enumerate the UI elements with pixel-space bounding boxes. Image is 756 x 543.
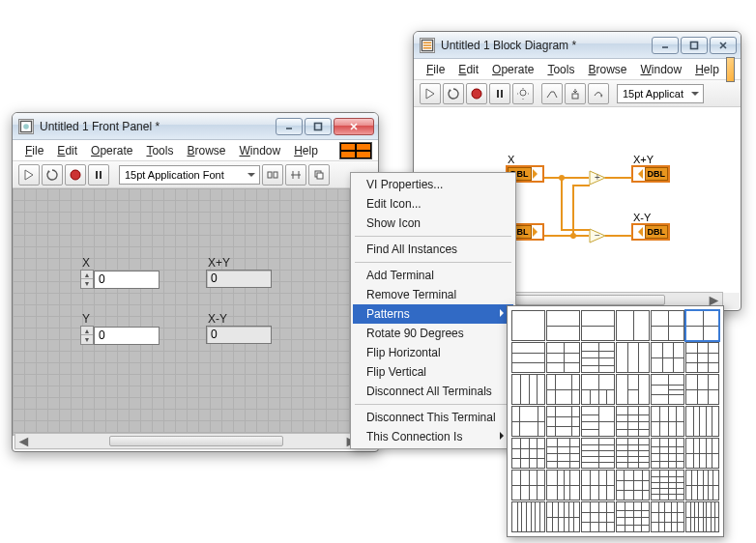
menu-item-find-all-instances[interactable]: Find All Instances — [353, 240, 513, 259]
run-continuous-button[interactable] — [443, 83, 464, 104]
pattern-27[interactable] — [616, 438, 650, 469]
bd-menu-operate[interactable]: Operate — [485, 61, 540, 78]
bd-menu-help[interactable]: Help — [688, 61, 726, 78]
pattern-1[interactable] — [546, 310, 580, 341]
bd-font-selector[interactable]: 15pt Applicat — [617, 84, 704, 103]
pattern-20[interactable] — [581, 406, 615, 437]
bd-vi-icon-glyph[interactable] — [726, 57, 735, 82]
pattern-28[interactable] — [651, 438, 684, 469]
pattern-9[interactable] — [616, 342, 650, 373]
bd-close-button[interactable] — [710, 37, 737, 54]
control-y-input[interactable]: 0 — [94, 327, 160, 345]
retain-wire-button[interactable] — [541, 83, 563, 104]
control-y-spinner[interactable]: ▲▼ — [80, 326, 94, 345]
bd-maximize-button[interactable] — [681, 37, 708, 54]
pattern-25[interactable] — [546, 438, 580, 469]
pattern-21[interactable] — [616, 406, 650, 437]
menu-item-rotate-90-degrees[interactable]: Rotate 90 Degrees — [353, 324, 513, 343]
fp-menu-help[interactable]: Help — [287, 142, 325, 159]
pattern-0[interactable] — [511, 310, 545, 341]
fp-menu-tools[interactable]: Tools — [139, 142, 180, 159]
fp-font-selector[interactable]: 15pt Application Font — [119, 165, 260, 185]
bd-menu-browse[interactable]: Browse — [581, 61, 633, 78]
align-button[interactable] — [262, 164, 283, 186]
pattern-29[interactable] — [685, 438, 719, 469]
abort-button[interactable] — [466, 83, 487, 104]
fp-close-button[interactable] — [334, 118, 374, 135]
bd-menu-edit[interactable]: Edit — [451, 61, 485, 78]
pattern-10[interactable] — [651, 342, 684, 373]
bd-minimize-button[interactable] — [652, 37, 679, 54]
bd-menu-tools[interactable]: Tools — [540, 61, 581, 78]
bd-menu-window[interactable]: Window — [633, 61, 688, 78]
terminal-xpy[interactable]: X+Y DBL — [631, 154, 670, 183]
pattern-33[interactable] — [616, 470, 650, 500]
menu-item-edit-icon[interactable]: Edit Icon... — [353, 194, 513, 214]
run-button[interactable] — [18, 164, 40, 186]
pattern-19[interactable] — [546, 406, 580, 437]
menu-item-patterns[interactable]: Patterns — [353, 304, 513, 324]
menu-item-vi-properties[interactable]: VI Properties... — [353, 175, 513, 194]
pattern-30[interactable] — [511, 470, 545, 500]
step-into-button[interactable] — [565, 83, 586, 104]
fp-menu-file[interactable]: File — [18, 142, 50, 159]
bd-menu-file[interactable]: File — [420, 61, 451, 78]
pattern-3[interactable] — [616, 310, 650, 341]
highlight-exec-button[interactable] — [512, 83, 534, 104]
fp-canvas[interactable]: X ▲▼ 0 Y ▲▼ 0 X+Y 0 X-Y 0 — [13, 188, 378, 436]
pattern-7[interactable] — [546, 342, 580, 373]
fp-maximize-button[interactable] — [305, 118, 332, 135]
pattern-31[interactable] — [546, 470, 580, 500]
fp-menu-operate[interactable]: Operate — [84, 142, 139, 159]
reorder-button[interactable] — [308, 164, 330, 186]
pattern-36[interactable] — [511, 501, 545, 532]
pattern-24[interactable] — [511, 438, 545, 469]
pattern-2[interactable] — [581, 310, 615, 341]
fp-minimize-button[interactable] — [276, 118, 303, 135]
distribute-button[interactable] — [285, 164, 306, 186]
pattern-16[interactable] — [651, 374, 684, 405]
pattern-11[interactable] — [685, 342, 719, 373]
pattern-8[interactable] — [581, 342, 615, 373]
pattern-5[interactable] — [685, 310, 719, 341]
fp-menu-browse[interactable]: Browse — [180, 142, 232, 159]
fp-menu-edit[interactable]: Edit — [50, 142, 84, 159]
pattern-38[interactable] — [581, 501, 615, 532]
pattern-13[interactable] — [546, 374, 580, 405]
abort-button[interactable] — [65, 164, 86, 186]
menu-item-flip-horizontal[interactable]: Flip Horizontal — [353, 343, 513, 362]
pause-button[interactable] — [88, 164, 109, 186]
menu-item-add-terminal[interactable]: Add Terminal — [353, 266, 513, 285]
menu-item-this-connection-is[interactable]: This Connection Is — [353, 427, 513, 446]
pattern-32[interactable] — [581, 470, 615, 500]
pattern-35[interactable] — [685, 470, 719, 500]
pattern-12[interactable] — [511, 374, 545, 405]
pattern-17[interactable] — [685, 374, 719, 405]
pattern-22[interactable] — [651, 406, 684, 437]
fp-hscrollbar[interactable]: ◄► — [15, 433, 361, 449]
fp-titlebar[interactable]: Untitled 1 Front Panel * — [13, 113, 378, 140]
pattern-34[interactable] — [651, 470, 684, 500]
menu-item-show-icon[interactable]: Show Icon — [353, 214, 513, 233]
pattern-39[interactable] — [616, 501, 650, 532]
pattern-18[interactable] — [511, 406, 545, 437]
menu-item-remove-terminal[interactable]: Remove Terminal — [353, 285, 513, 304]
pattern-40[interactable] — [651, 501, 684, 532]
pattern-4[interactable] — [651, 310, 684, 341]
menu-item-flip-vertical[interactable]: Flip Vertical — [353, 362, 513, 382]
run-continuous-button[interactable] — [42, 164, 63, 186]
menu-item-disconnect-this-terminal[interactable]: Disconnect This Terminal — [353, 408, 513, 427]
pattern-23[interactable] — [685, 406, 719, 437]
connector-pane[interactable] — [339, 142, 372, 159]
pattern-26[interactable] — [581, 438, 615, 469]
pause-button[interactable] — [489, 83, 510, 104]
pattern-37[interactable] — [546, 501, 580, 532]
pattern-15[interactable] — [616, 374, 650, 405]
pattern-6[interactable] — [511, 342, 545, 373]
control-x-spinner[interactable]: ▲▼ — [80, 270, 94, 289]
pattern-14[interactable] — [581, 374, 615, 405]
run-button[interactable] — [420, 83, 441, 104]
terminal-xmy[interactable]: X-Y DBL — [631, 212, 670, 241]
pattern-41[interactable] — [685, 501, 719, 532]
fp-menu-window[interactable]: Window — [232, 142, 287, 159]
